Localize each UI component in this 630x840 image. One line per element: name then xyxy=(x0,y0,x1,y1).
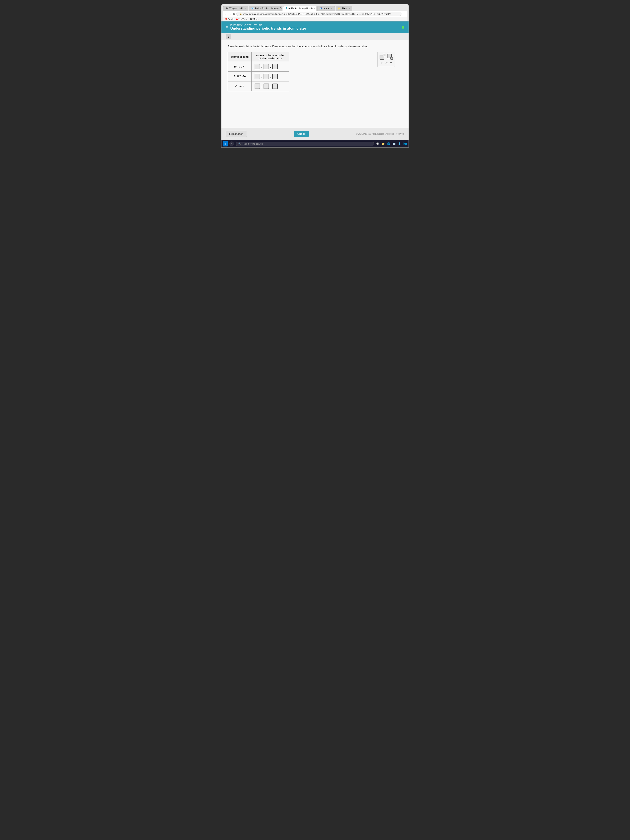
search-placeholder: Type here to search xyxy=(243,142,263,145)
undo-button[interactable]: ↺ xyxy=(385,62,388,65)
check-button[interactable]: Check xyxy=(294,131,309,137)
youtube-icon: ▶ xyxy=(236,18,238,21)
windows-icon: ⊞ xyxy=(224,142,226,145)
instruction-text: Re-order each list in the table below, i… xyxy=(228,44,402,49)
tab-label: Files xyxy=(342,7,347,9)
drag-box[interactable] xyxy=(254,64,260,69)
table-section: atoms or ions atoms or ions in orderof d… xyxy=(228,52,373,95)
extensions-button[interactable]: ⋮ xyxy=(403,12,406,16)
bookmarks-bar: M Gmail ▶ YouTube 🗺 Maps xyxy=(223,17,407,21)
bookmark-youtube[interactable]: ▶ YouTube xyxy=(236,18,248,21)
sub-palette-box2 xyxy=(390,57,393,60)
page-title: Understanding periodic trends in atomic … xyxy=(231,27,306,31)
search-icon: ○ xyxy=(231,142,232,145)
drag-box[interactable] xyxy=(254,84,260,89)
drag-box[interactable] xyxy=(272,74,278,79)
laptop-container: 🎓 Wings - UNF × 📧 Mail - Brooks, Lindsay… xyxy=(221,4,409,147)
taskbar-search[interactable]: 🔍 Type here to search xyxy=(235,142,374,146)
ordering-table: atoms or ions atoms or ions in orderof d… xyxy=(228,52,289,91)
hamburger-icon[interactable]: ≡ xyxy=(226,25,228,30)
tab-label: Mail - Brooks, Lindsay - Out... xyxy=(255,7,282,9)
table-row: Br−, I−, F− . . xyxy=(228,62,289,71)
separator: . xyxy=(261,74,262,78)
address-text: www-awn.aleks.com/alekscgi/x/lsl.exe/1o_… xyxy=(243,13,391,15)
drag-box[interactable] xyxy=(272,84,278,89)
drag-boxes-1: . . xyxy=(254,64,286,69)
sub-palette-box xyxy=(383,54,385,56)
separator: . xyxy=(261,84,262,88)
drag-box[interactable] xyxy=(272,64,278,69)
header-text: ELECTRONIC STRUCTURE Understanding perio… xyxy=(231,24,306,31)
drag-boxes-2: . . xyxy=(254,74,286,79)
windows-start-button[interactable]: ⊞ xyxy=(223,141,228,147)
tab-mail[interactable]: 📧 Mail - Brooks, Lindsay - Out... × xyxy=(249,6,282,11)
address-bar[interactable]: 🔒 www-awn.aleks.com/alekscgi/x/lsl.exe/1… xyxy=(237,12,401,16)
col-header-order: atoms or ions in orderof decreasing size xyxy=(252,52,289,62)
chevron-down-button[interactable]: ∨ xyxy=(226,35,231,39)
palette-box-super[interactable] xyxy=(380,54,385,60)
taskbar-icon-email[interactable]: 📧 xyxy=(392,142,396,146)
reload-button[interactable]: ↻ xyxy=(233,12,235,16)
hp-logo: hp xyxy=(403,142,407,145)
palette-box-sub[interactable] xyxy=(387,54,393,60)
separator: . xyxy=(270,84,271,88)
palette-section: × ↺ ? xyxy=(377,52,402,95)
forward-button[interactable]: → xyxy=(229,12,232,16)
tab-label: Wings - UNF xyxy=(229,7,243,9)
palette-top-row xyxy=(380,54,393,60)
separator: . xyxy=(261,65,262,68)
table-row: B, B2+, Be . . xyxy=(228,71,289,81)
separator: . xyxy=(270,74,271,78)
atoms-label-3: I−, Xe, I xyxy=(228,81,252,91)
taskbar-icons: 💬 📁 🌐 📧 💧 xyxy=(376,142,402,146)
bookmark-gmail[interactable]: M Gmail xyxy=(225,18,234,21)
tab-close-icon[interactable]: × xyxy=(349,7,350,10)
col-header-atoms: atoms or ions xyxy=(228,52,252,62)
exercise-main: atoms or ions atoms or ions in orderof d… xyxy=(228,52,402,95)
copyright-text: © 2021 McGraw-Hill Education. All Rights… xyxy=(356,133,404,135)
bottom-bar: Explanation Check © 2021 McGraw-Hill Edu… xyxy=(221,128,409,140)
search-circle-button[interactable]: ○ xyxy=(229,142,234,146)
explanation-button[interactable]: Explanation xyxy=(226,131,247,137)
tab-label: ALEKS - Lindsay Brooks - Le... xyxy=(288,7,316,9)
drag-box[interactable] xyxy=(264,84,269,89)
drag-box[interactable] xyxy=(264,64,269,69)
tab-favicon: 📁 xyxy=(338,7,341,10)
tab-close-icon[interactable]: × xyxy=(331,7,333,10)
drag-box[interactable] xyxy=(254,74,260,79)
bookmark-label: Maps xyxy=(253,18,259,21)
exercise-area: Re-order each list in the table below, i… xyxy=(221,40,409,128)
tab-files[interactable]: 📁 Files × xyxy=(336,6,352,11)
page-content: ≡ ELECTRONIC STRUCTURE Understanding per… xyxy=(221,22,409,147)
table-row: I−, Xe, I . . xyxy=(228,81,289,91)
browser-chrome: 🎓 Wings - UNF × 📧 Mail - Brooks, Lindsay… xyxy=(221,4,409,22)
tab-close-icon[interactable]: × xyxy=(245,7,246,10)
lock-icon: 🔒 xyxy=(239,13,242,15)
maps-icon: 🗺 xyxy=(250,18,252,21)
section-label: ELECTRONIC STRUCTURE xyxy=(231,24,306,27)
address-bar-row: ← → ↻ 🔒 www-awn.aleks.com/alekscgi/x/lsl… xyxy=(223,11,407,17)
taskbar-icon-chat[interactable]: 💬 xyxy=(376,142,380,146)
taskbar-icon-dropbox[interactable]: 💧 xyxy=(398,142,402,146)
drag-boxes-3: . . xyxy=(254,84,286,89)
bookmark-label: YouTube xyxy=(238,18,248,21)
x-button[interactable]: × xyxy=(381,61,382,65)
taskbar-icon-chrome[interactable]: 🌐 xyxy=(387,142,391,146)
gmail-icon: M xyxy=(225,18,227,21)
tab-favicon: 🎓 xyxy=(226,7,228,10)
tab-favicon: 📧 xyxy=(251,7,254,10)
tab-inbox[interactable]: 📬 Inbox × xyxy=(317,6,335,11)
bookmark-maps[interactable]: 🗺 Maps xyxy=(250,18,259,21)
drag-box[interactable] xyxy=(264,74,269,79)
back-button[interactable]: ← xyxy=(224,12,227,16)
taskbar: ⊞ ○ 🔍 Type here to search 💬 📁 🌐 📧 💧 hp xyxy=(221,140,409,147)
tab-favicon: 📬 xyxy=(320,7,322,10)
tab-wings-unf[interactable]: 🎓 Wings - UNF × xyxy=(223,6,248,11)
palette-container: × ↺ ? xyxy=(377,52,395,67)
help-button[interactable]: ? xyxy=(390,61,392,65)
taskbar-icon-explorer[interactable]: 📁 xyxy=(381,142,385,146)
palette-bottom-row: × ↺ ? xyxy=(380,61,393,65)
tab-aleks[interactable]: A ALEKS - Lindsay Brooks - Le... × xyxy=(283,6,316,11)
search-icon: 🔍 xyxy=(238,142,241,145)
chevron-row: ∨ xyxy=(221,33,409,40)
